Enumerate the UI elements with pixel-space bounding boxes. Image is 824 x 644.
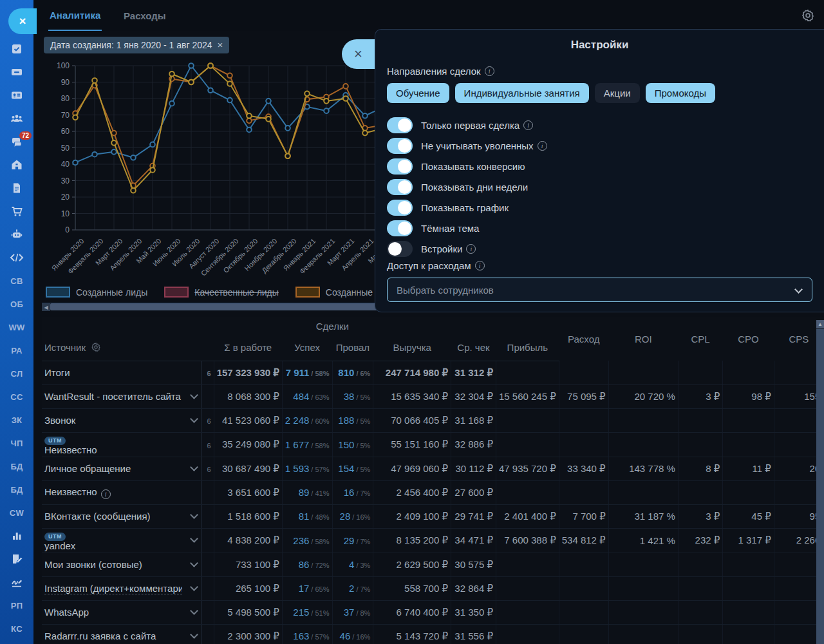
sidebar-item-code[interactable] (0, 246, 33, 269)
toggle-row[interactable]: Не учитывать уволенныхi (387, 135, 812, 156)
date-filter-chip[interactable]: Дата создания: 1 янв 2020 - 1 авг 2024 × (44, 37, 229, 53)
sidebar-item-сл[interactable]: СЛ (0, 362, 33, 385)
legend-item[interactable]: Созданные лиды (46, 287, 147, 298)
top-bar: Аналитика Расходы (33, 0, 824, 31)
sidebar-item-cw[interactable]: CW (0, 501, 33, 524)
vscroll-thumb[interactable] (816, 329, 824, 644)
direction-button-inactive[interactable]: Акции (595, 83, 640, 103)
sidebar-item-ра[interactable]: РА (0, 339, 33, 362)
sidebar-item-cart[interactable] (0, 200, 33, 223)
table-vertical-scrollbar[interactable]: ▲ (816, 320, 824, 644)
info-icon[interactable]: i (466, 244, 476, 254)
sidebar-close-button[interactable]: × (8, 8, 37, 34)
sidebar-item-рп[interactable]: РП (0, 594, 33, 617)
col-header-cpo[interactable]: CPO (723, 317, 774, 361)
direction-button-active[interactable]: Промокоды (646, 83, 715, 103)
chevron-down-icon[interactable] (190, 630, 198, 639)
col-header-cpl[interactable]: CPL (678, 317, 722, 361)
cell-cpo: 98 ₽ (723, 384, 774, 408)
sidebar-item-бд[interactable]: БД (0, 478, 33, 501)
sidebar-item-inbox[interactable] (0, 61, 33, 84)
scroll-left-arrow-icon[interactable]: ◀ (42, 303, 50, 311)
toggle-switch[interactable] (387, 200, 413, 216)
toggle-row[interactable]: Тёмная тема (387, 218, 812, 238)
toggle-switch[interactable] (387, 158, 413, 175)
chevron-down-icon[interactable] (190, 415, 198, 423)
toggle-switch[interactable] (387, 117, 413, 133)
legend-swatch (46, 287, 70, 298)
cell-expense: 534 812 ₽ (559, 528, 608, 553)
column-settings-gear-icon[interactable] (91, 342, 101, 352)
tab-analytics[interactable]: Аналитика (48, 0, 102, 31)
toggle-row[interactable]: Показывать график (387, 197, 812, 218)
col-header-fail[interactable]: Провал (332, 335, 373, 361)
sidebar-item-кс[interactable]: КС (0, 617, 33, 640)
cell-profit (496, 408, 559, 432)
sidebar-item-label: СЛ (11, 369, 23, 379)
sidebar-item-tasks[interactable] (0, 37, 33, 61)
cell-revenue: 6 740 400 ₽ (373, 600, 451, 624)
legend-item[interactable]: Качественные лиды (164, 287, 279, 298)
col-header-expense[interactable]: Расход (559, 317, 608, 361)
direction-button-active[interactable]: Индивидуальные занятия (455, 83, 589, 103)
sidebar-item-bot[interactable] (0, 223, 33, 246)
sidebar-item-св[interactable]: СВ (0, 269, 33, 292)
source-name: Неизвестно (44, 486, 97, 497)
cell-cpl: 8 ₽ (678, 457, 722, 480)
col-header-revenue[interactable]: Выручка (373, 335, 451, 361)
toggle-row[interactable]: Только первая сделкаi (387, 115, 812, 135)
sidebar-item-doc-edit[interactable] (0, 547, 33, 571)
chevron-down-icon[interactable] (190, 463, 198, 471)
info-icon[interactable]: i (485, 66, 494, 76)
info-icon[interactable]: i (538, 141, 547, 151)
table-row: Radarrr.ru заявка с сайта2 300 300 ₽163/… (42, 624, 824, 644)
info-icon[interactable]: i (523, 120, 533, 130)
employees-select[interactable]: Выбрать сотрудников (387, 278, 812, 302)
tab-expenses[interactable]: Расходы (124, 0, 166, 31)
settings-gear-icon[interactable] (801, 8, 815, 23)
table-row: WantResult - посетитель сайта8 068 300 ₽… (42, 384, 824, 408)
chevron-down-icon[interactable] (190, 511, 198, 519)
info-icon[interactable]: i (475, 261, 485, 270)
col-header-profit[interactable]: Прибыль (496, 335, 559, 361)
sidebar-item-ww[interactable]: WW (0, 316, 33, 339)
cell-fail: 29/ 7% (332, 528, 373, 553)
chevron-down-icon[interactable] (190, 559, 198, 567)
scroll-up-arrow-icon[interactable]: ▲ (816, 320, 824, 328)
col-header-source[interactable]: Источник (42, 335, 201, 361)
chevron-down-icon[interactable] (190, 391, 198, 399)
chevron-down-icon[interactable] (190, 607, 198, 615)
chevron-down-icon[interactable] (190, 535, 198, 543)
sidebar-item-chats[interactable]: 72 (0, 130, 33, 153)
sidebar-item-бд[interactable]: БД (0, 455, 33, 478)
toggle-row[interactable]: Показывать конверсию (387, 156, 812, 176)
toggle-row[interactable]: Показывать дни недели (387, 176, 812, 197)
col-header-sum[interactable]: Σ в работе (214, 335, 282, 361)
toggle-switch[interactable] (387, 138, 413, 154)
sidebar-item-signature[interactable] (0, 571, 33, 594)
chevron-down-icon[interactable] (190, 583, 198, 591)
sidebar-item-чп[interactable]: ЧП (0, 431, 33, 455)
info-icon[interactable]: i (101, 489, 111, 499)
toggle-row[interactable]: Встройкиi (387, 238, 812, 259)
chip-close-icon[interactable]: × (218, 41, 223, 49)
toggle-switch[interactable] (387, 179, 413, 195)
direction-button-active[interactable]: Обучение (387, 83, 449, 103)
sidebar-item-document[interactable] (0, 176, 33, 200)
cell-expense (559, 480, 608, 504)
toggle-switch[interactable] (387, 241, 413, 257)
sidebar-item-bar-chart[interactable] (0, 524, 33, 547)
sidebar-item-home[interactable] (0, 153, 33, 176)
col-header-success[interactable]: Успех (282, 335, 332, 361)
settings-panel-close-button[interactable]: × (342, 39, 375, 69)
sidebar-item-зк[interactable]: ЗК (0, 408, 33, 431)
col-header-roi[interactable]: ROI (608, 317, 678, 361)
table-group-header: Сделки (214, 317, 451, 335)
col-header-avg-check[interactable]: Ср. чек (451, 335, 496, 361)
sidebar-item-об[interactable]: ОБ (0, 292, 33, 316)
sidebar-item-id-card[interactable] (0, 84, 33, 107)
sidebar-item-users[interactable] (0, 107, 33, 130)
toggle-switch[interactable] (387, 220, 413, 236)
sidebar-item-сс[interactable]: СС (0, 385, 33, 408)
sidebar-item-label: WW (8, 323, 24, 332)
